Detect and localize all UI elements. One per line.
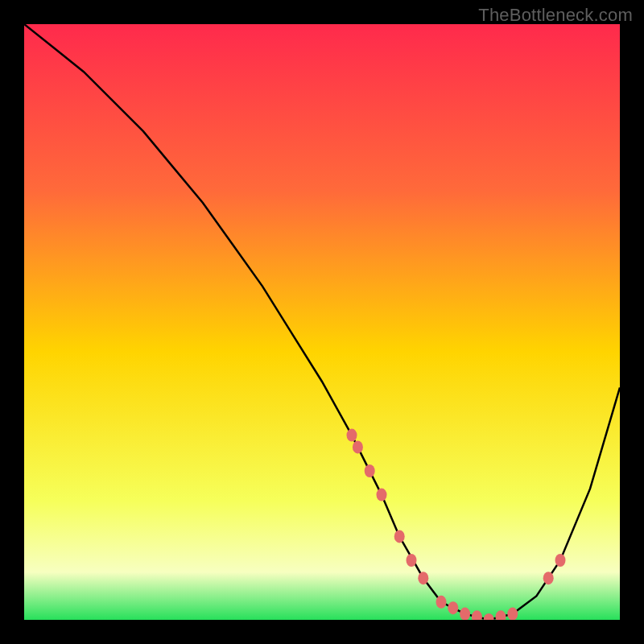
highlight-dot bbox=[507, 608, 518, 620]
highlight-dot bbox=[543, 572, 554, 584]
plot-area bbox=[24, 24, 620, 620]
highlight-dot bbox=[418, 572, 428, 584]
highlight-dot bbox=[555, 554, 566, 567]
highlight-dot bbox=[365, 464, 375, 477]
chart-frame: TheBottleneck.com bbox=[0, 0, 644, 644]
highlight-dot bbox=[407, 554, 417, 567]
highlight-dot bbox=[377, 489, 387, 502]
highlight-dot bbox=[460, 608, 470, 620]
gradient-background bbox=[24, 24, 620, 620]
highlight-dot bbox=[353, 440, 363, 453]
bottleneck-chart bbox=[24, 24, 620, 620]
highlight-dot bbox=[436, 596, 447, 609]
highlight-dot bbox=[448, 601, 458, 614]
highlight-dot bbox=[347, 429, 357, 442]
watermark-text: TheBottleneck.com bbox=[478, 5, 633, 26]
highlight-dot bbox=[394, 530, 405, 543]
